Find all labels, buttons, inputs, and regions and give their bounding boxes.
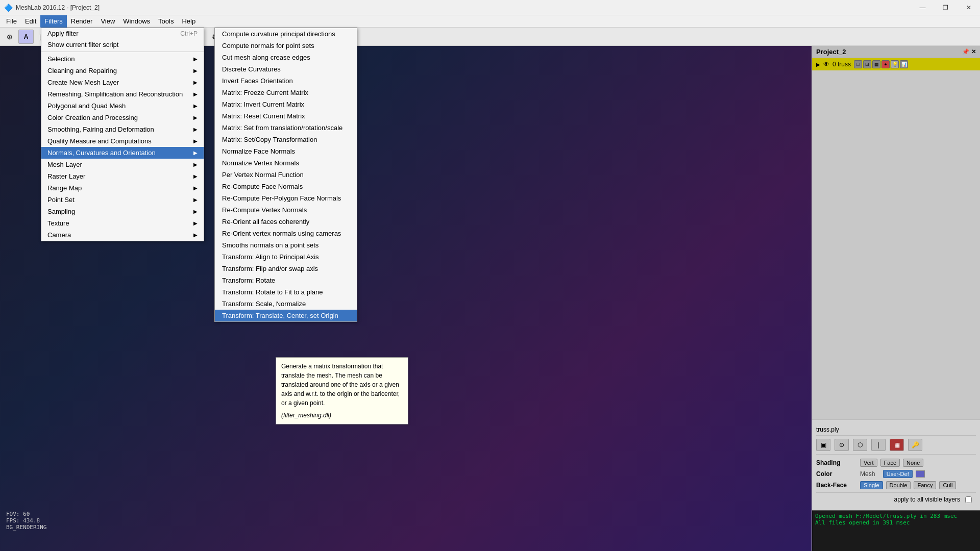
backface-fancy[interactable]: Fancy — [914, 481, 936, 489]
menu-create-mesh[interactable]: Create New Mesh Layer ▶ — [41, 77, 204, 88]
menu-raster[interactable]: Raster Layer ▶ — [41, 170, 204, 182]
menu-windows[interactable]: Windows — [119, 15, 154, 28]
sub-recompute-perpolygon[interactable]: Re-Compute Per-Polygon Face Normals — [215, 192, 357, 204]
sub-matrix-set-from[interactable]: Matrix: Set from translation/rotation/sc… — [215, 122, 357, 134]
menu-color[interactable]: Color Creation and Processing ▶ — [41, 112, 204, 123]
layer-icon-3[interactable]: ▦ — [872, 60, 880, 68]
toolbar-trackball[interactable]: ⊕ — [2, 30, 17, 44]
shading-label: Shading — [816, 459, 857, 466]
menu-sampling-label: Sampling — [47, 208, 75, 215]
mesh-action-4[interactable]: | — [871, 439, 886, 451]
layer-icon-4[interactable]: ● — [881, 60, 890, 68]
mesh-action-1[interactable]: ▣ — [816, 439, 830, 451]
menu-smooth[interactable]: Smoothing, Fairing and Deformation ▶ — [41, 123, 204, 135]
mesh-filename: truss.ply — [816, 424, 976, 436]
sub-transform-translate[interactable]: Transform: Translate, Center, set Origin — [215, 310, 357, 321]
color-swatch[interactable] — [916, 470, 925, 478]
minimize-button[interactable]: — — [911, 0, 934, 15]
camera-arrow: ▶ — [193, 232, 198, 238]
sub-matrix-freeze[interactable]: Matrix: Freeze Current Matrix — [215, 87, 357, 98]
menu-camera[interactable]: Camera ▶ — [41, 229, 204, 241]
panel-close-icon[interactable]: ✕ — [971, 48, 976, 55]
rangemap-arrow: ▶ — [193, 185, 198, 191]
menu-selection-label: Selection — [47, 55, 75, 63]
sub-normalize-vertex[interactable]: Normalize Vertex Normals — [215, 157, 357, 169]
maximize-button[interactable]: ❐ — [934, 0, 957, 15]
sub-invert-faces[interactable]: Invert Faces Orientation — [215, 75, 357, 87]
sub-reorient-faces[interactable]: Re-Orient all faces coherently — [215, 216, 357, 228]
menu-rangemap[interactable]: Range Map ▶ — [41, 182, 204, 194]
sub-normalize-face[interactable]: Normalize Face Normals — [215, 145, 357, 157]
menu-tools[interactable]: Tools — [154, 15, 178, 28]
apply-filter-item[interactable]: Apply filter Ctrl+P — [41, 28, 204, 39]
sub-matrix-reset[interactable]: Matrix: Reset Current Matrix — [215, 110, 357, 122]
sub-smooths-normals[interactable]: Smooths normals on a point sets — [215, 239, 357, 251]
sub-transform-align[interactable]: Transform: Align to Principal Axis — [215, 251, 357, 263]
shading-vert[interactable]: Vert — [860, 459, 877, 467]
menu-poly-label: Polygonal and Quad Mesh — [47, 102, 126, 110]
backface-single[interactable]: Single — [860, 481, 883, 489]
menu-help[interactable]: Help — [178, 15, 200, 28]
backface-label: Back-Face — [816, 482, 857, 489]
sub-compute-normals-pointsets[interactable]: Compute normals for point sets — [215, 40, 357, 52]
menu-view[interactable]: View — [96, 15, 119, 28]
sub-discrete-curvatures[interactable]: Discrete Curvatures — [215, 63, 357, 75]
normals-submenu: Compute curvature principal directions C… — [214, 28, 357, 322]
menu-rangemap-label: Range Map — [47, 184, 82, 192]
menu-pointset[interactable]: Point Set ▶ — [41, 194, 204, 206]
menu-quality[interactable]: Quality Measure and Computations ▶ — [41, 135, 204, 147]
shading-none[interactable]: None — [903, 459, 923, 467]
menu-file[interactable]: File — [2, 15, 21, 28]
sub-recompute-face[interactable]: Re-Compute Face Normals — [215, 181, 357, 192]
menu-edit[interactable]: Edit — [21, 15, 40, 28]
sub-transform-flip[interactable]: Transform: Flip and/or swap axis — [215, 263, 357, 274]
apply-filter-shortcut: Ctrl+P — [180, 30, 198, 37]
menu-render[interactable]: Render — [67, 15, 97, 28]
mesh-action-3[interactable]: ⬡ — [853, 439, 867, 451]
layer-icon-2[interactable]: ⊡ — [863, 60, 871, 68]
sub-reorient-vertex-cameras[interactable]: Re-Orient vertex normals using cameras — [215, 228, 357, 239]
sub-compute-curvature[interactable]: Compute curvature principal directions — [215, 28, 357, 40]
menu-color-label: Color Creation and Processing — [47, 114, 138, 121]
sub-transform-rotate-fit[interactable]: Transform: Rotate to Fit to a plane — [215, 286, 357, 298]
mesh-action-6[interactable]: 🔑 — [908, 439, 922, 451]
sub-transform-rotate[interactable]: Transform: Rotate — [215, 274, 357, 286]
sub-recompute-vertex[interactable]: Re-Compute Vertex Normals — [215, 204, 357, 216]
color-userdef-btn[interactable]: User-Def — [883, 470, 913, 478]
mesh-action-5[interactable]: ▦ — [890, 439, 904, 451]
menu-filters[interactable]: Filters — [40, 15, 66, 28]
menu-sampling[interactable]: Sampling ▶ — [41, 206, 204, 217]
menu-selection[interactable]: Selection ▶ — [41, 53, 204, 65]
apply-all-checkbox[interactable] — [965, 496, 972, 503]
show-script-item[interactable]: Show current filter script — [41, 39, 204, 51]
shading-face[interactable]: Face — [880, 459, 900, 467]
cleaning-arrow: ▶ — [193, 68, 198, 73]
sub-matrix-invert[interactable]: Matrix: Invert Current Matrix — [215, 98, 357, 110]
close-button[interactable]: ✕ — [957, 0, 980, 15]
layer-icon-6[interactable]: 📊 — [900, 60, 908, 68]
menu-normals[interactable]: Normals, Curvatures and Orientation ▶ — [41, 147, 204, 159]
toolbar-a[interactable]: A — [18, 30, 34, 44]
backface-double[interactable]: Double — [886, 481, 911, 489]
pin-icon[interactable]: 📌 — [962, 48, 969, 55]
menu-mesh-layer[interactable]: Mesh Layer ▶ — [41, 159, 204, 170]
sub-matrix-setcopy[interactable]: Matrix: Set/Copy Transformation — [215, 134, 357, 145]
hud-fov: FOV: 60 — [6, 511, 46, 517]
sub-transform-scale[interactable]: Transform: Scale, Normalize — [215, 298, 357, 310]
texture-arrow: ▶ — [193, 220, 198, 226]
menu-remesh[interactable]: Remeshing, Simplification and Reconstruc… — [41, 88, 204, 100]
menu-cleaning[interactable]: Cleaning and Repairing ▶ — [41, 65, 204, 77]
menu-texture[interactable]: Texture ▶ — [41, 217, 204, 229]
layer-icon-1[interactable]: □ — [854, 60, 862, 68]
mesh-action-2[interactable]: ⊙ — [835, 439, 849, 451]
backface-cull[interactable]: Cull — [939, 481, 956, 489]
layer-row[interactable]: ▶ 👁 0 truss □ ⊡ ▦ ● 💡 📊 — [812, 58, 980, 70]
tooltip-text: Generate a matrix transformation that tr… — [281, 363, 400, 407]
color-label: Color — [816, 470, 857, 478]
layer-icon-5[interactable]: 💡 — [891, 60, 899, 68]
menu-poly[interactable]: Polygonal and Quad Mesh ▶ — [41, 100, 204, 112]
hud-info: FOV: 60 FPS: 434.8 BG_RENDERING — [6, 511, 46, 531]
sub-per-vertex-normal[interactable]: Per Vertex Normal Function — [215, 169, 357, 181]
sub-cut-mesh[interactable]: Cut mesh along crease edges — [215, 52, 357, 63]
menu-texture-label: Texture — [47, 219, 69, 227]
